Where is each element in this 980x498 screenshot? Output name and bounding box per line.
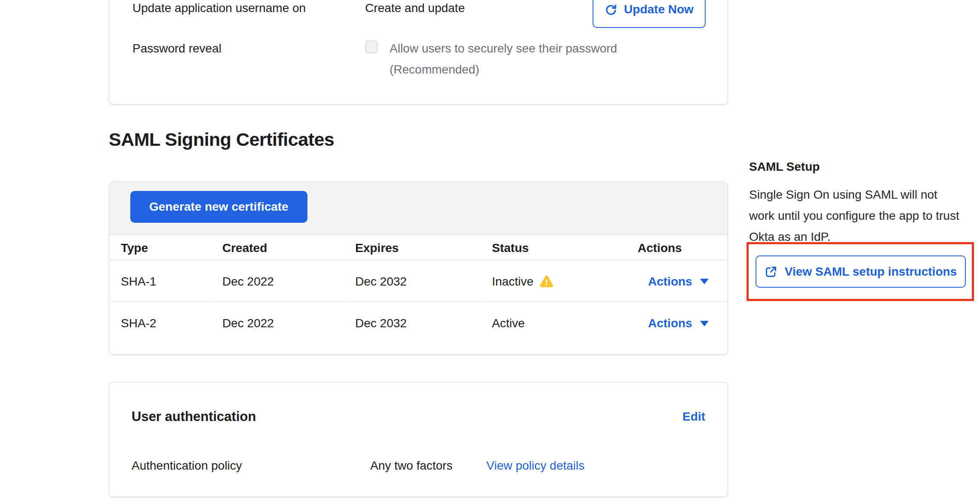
cell-expires: Dec 2032 bbox=[345, 303, 480, 344]
edit-link[interactable]: Edit bbox=[682, 410, 705, 424]
update-username-on-value: Create and update bbox=[365, 1, 465, 15]
cell-status: Inactive bbox=[482, 261, 636, 302]
cell-actions: Actions bbox=[637, 303, 726, 344]
password-reveal-label: Password reveal bbox=[132, 42, 221, 55]
user-authentication-card: User authentication Edit Authentication … bbox=[109, 382, 728, 497]
cell-status: Active bbox=[482, 303, 636, 344]
certificates-table-header-row: Type Created Expires Status Actions bbox=[111, 236, 726, 260]
password-reveal-checkbox-label: Allow users to securely see their passwo… bbox=[390, 42, 617, 55]
status-text: Inactive bbox=[492, 275, 534, 289]
cell-type: SHA-2 bbox=[111, 303, 211, 344]
caret-down-icon bbox=[700, 321, 709, 326]
actions-dropdown[interactable]: Actions bbox=[647, 275, 709, 289]
cell-created: Dec 2022 bbox=[212, 261, 344, 302]
column-header-status: Status bbox=[482, 236, 636, 260]
actions-dropdown[interactable]: Actions bbox=[647, 317, 709, 330]
cell-type: SHA-1 bbox=[111, 261, 211, 302]
external-link-icon bbox=[765, 265, 777, 278]
authentication-policy-value: Any two factors bbox=[370, 459, 452, 473]
password-reveal-recommended-label: (Recommended) bbox=[390, 63, 479, 77]
actions-label: Actions bbox=[648, 317, 692, 330]
view-saml-setup-instructions-button[interactable]: View SAML setup instructions bbox=[756, 255, 966, 288]
update-now-button[interactable]: Update Now bbox=[593, 0, 706, 28]
column-header-created: Created bbox=[212, 236, 344, 260]
view-saml-setup-instructions-label: View SAML setup instructions bbox=[785, 265, 957, 279]
red-highlight-annotation: View SAML setup instructions bbox=[747, 242, 974, 301]
user-authentication-heading: User authentication bbox=[132, 409, 256, 424]
generate-new-certificate-button[interactable]: Generate new certificate bbox=[130, 191, 307, 223]
column-header-type: Type bbox=[111, 236, 211, 260]
cell-expires: Dec 2032 bbox=[345, 261, 480, 302]
cell-actions: Actions bbox=[637, 261, 726, 302]
certificates-toolbar: Generate new certificate bbox=[109, 182, 728, 235]
update-username-on-label: Update application username on bbox=[132, 1, 306, 15]
status-text: Active bbox=[492, 317, 525, 330]
column-header-actions: Actions bbox=[637, 236, 726, 260]
saml-signing-certificates-heading: SAML Signing Certificates bbox=[109, 129, 334, 150]
saml-certificates-card: Generate new certificate Type Created Ex… bbox=[109, 181, 728, 355]
certificates-table: Type Created Expires Status Actions SHA-… bbox=[109, 235, 728, 345]
actions-label: Actions bbox=[648, 275, 692, 289]
caret-down-icon bbox=[700, 279, 709, 284]
password-reveal-checkbox[interactable] bbox=[365, 40, 378, 53]
authentication-policy-label: Authentication policy bbox=[132, 459, 242, 473]
saml-setup-description: Single Sign On using SAML will not work … bbox=[749, 184, 964, 247]
column-header-expires: Expires bbox=[345, 236, 480, 260]
table-row-sha2: SHA-2 Dec 2022 Dec 2032 Active Actions bbox=[111, 303, 726, 344]
cell-created: Dec 2022 bbox=[212, 303, 344, 344]
update-now-label: Update Now bbox=[624, 3, 694, 16]
refresh-icon bbox=[605, 3, 617, 16]
saml-setup-heading: SAML Setup bbox=[749, 160, 820, 174]
provisioning-settings-card: Update application username on Create an… bbox=[109, 0, 728, 105]
table-row-sha1: SHA-1 Dec 2022 Dec 2032 Inactive bbox=[111, 261, 726, 302]
view-policy-details-link[interactable]: View policy details bbox=[486, 459, 584, 473]
warning-icon bbox=[540, 275, 553, 288]
